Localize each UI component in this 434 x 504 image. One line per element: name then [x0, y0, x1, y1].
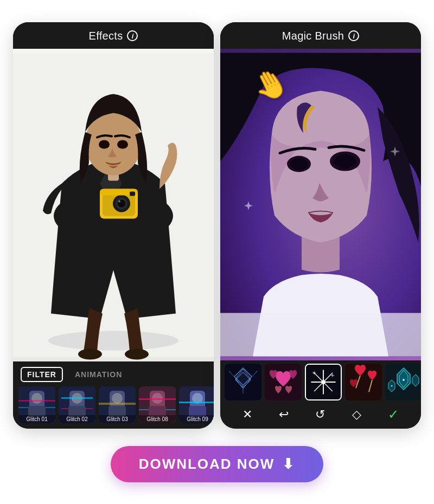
effects-image-area	[13, 49, 214, 361]
right-phone: Magic Brush i	[220, 22, 421, 429]
svg-point-48	[334, 154, 356, 168]
brush-options	[220, 360, 421, 405]
left-phone-bottom: FILTER ANIMATION	[13, 361, 214, 429]
undo-button[interactable]: ↩	[279, 408, 289, 422]
svg-point-12	[118, 200, 120, 202]
svg-point-74	[403, 379, 405, 381]
svg-rect-14	[130, 191, 135, 196]
svg-point-65	[321, 380, 326, 384]
svg-point-1	[48, 331, 178, 350]
svg-point-15	[78, 348, 102, 359]
filter-tab-filter[interactable]: FILTER	[21, 367, 63, 382]
close-button[interactable]: ✕	[242, 408, 252, 422]
svg-point-50	[290, 158, 308, 170]
brush-thumb-stars[interactable]	[305, 364, 342, 400]
filter-thumb-glitch03[interactable]: Glitch 03	[99, 386, 136, 423]
svg-point-75	[391, 385, 393, 386]
effects-title: Effects	[89, 30, 123, 42]
brush-thumb-geo[interactable]	[225, 364, 261, 400]
effects-info-icon[interactable]: i	[127, 30, 138, 41]
glitch08-label: Glitch 08	[139, 415, 176, 423]
magic-brush-photo: 🤚	[220, 49, 421, 360]
svg-rect-51	[220, 313, 421, 356]
svg-point-5	[99, 140, 110, 148]
right-phone-header: Magic Brush i	[220, 22, 421, 49]
filter-thumb-glitch09[interactable]: Glitch 09	[179, 386, 214, 423]
svg-rect-26	[61, 397, 93, 399]
svg-rect-32	[99, 403, 136, 405]
glitch02-label: Glitch 02	[59, 415, 95, 423]
brush-thumb-hearts-red[interactable]	[345, 364, 382, 400]
download-button[interactable]: DOWNLOAD NOW ⬇	[111, 446, 324, 482]
confirm-button[interactable]: ✓	[388, 407, 399, 422]
right-phone-bottom: ✕ ↩ ↺ ◇ ✓	[220, 360, 421, 429]
svg-rect-43	[179, 402, 214, 403]
svg-point-31	[112, 393, 123, 404]
glitch09-label: Glitch 09	[179, 415, 214, 423]
phones-container: Effects i	[13, 22, 421, 429]
magic-brush-info-icon[interactable]: i	[348, 30, 359, 41]
brush-thumb-cyan[interactable]	[385, 364, 421, 400]
magic-brush-title: Magic Brush	[282, 30, 344, 42]
brush-action-bar: ✕ ↩ ↺ ◇ ✓	[220, 405, 421, 429]
reset-button[interactable]: ↺	[315, 408, 325, 422]
glitch03-label: Glitch 03	[99, 415, 136, 423]
filter-thumb-glitch08[interactable]: Glitch 08	[139, 386, 176, 423]
left-phone: Effects i	[13, 22, 214, 429]
svg-point-16	[125, 348, 149, 359]
erase-button[interactable]: ◇	[352, 408, 361, 422]
filter-thumb-glitch01[interactable]: Glitch 01	[18, 386, 55, 423]
svg-rect-20	[18, 400, 55, 402]
svg-point-6	[117, 140, 128, 148]
filter-tabs: FILTER ANIMATION	[13, 361, 214, 386]
left-phone-header: Effects i	[13, 22, 214, 49]
download-label: DOWNLOAD NOW	[139, 456, 275, 473]
filter-tab-animation[interactable]: ANIMATION	[69, 368, 127, 381]
download-icon: ⬇	[282, 456, 295, 473]
svg-rect-37	[139, 398, 176, 400]
filter-thumb-glitch02[interactable]: Glitch 02	[59, 386, 95, 423]
brush-thumb-hearts-pink[interactable]	[265, 364, 302, 400]
filter-thumbnails: Glitch 01 Glitch 02	[13, 386, 214, 429]
effects-photo	[13, 49, 214, 361]
magic-brush-image-area: 🤚	[220, 49, 421, 360]
glitch01-label: Glitch 01	[18, 415, 55, 423]
svg-point-19	[31, 393, 42, 404]
